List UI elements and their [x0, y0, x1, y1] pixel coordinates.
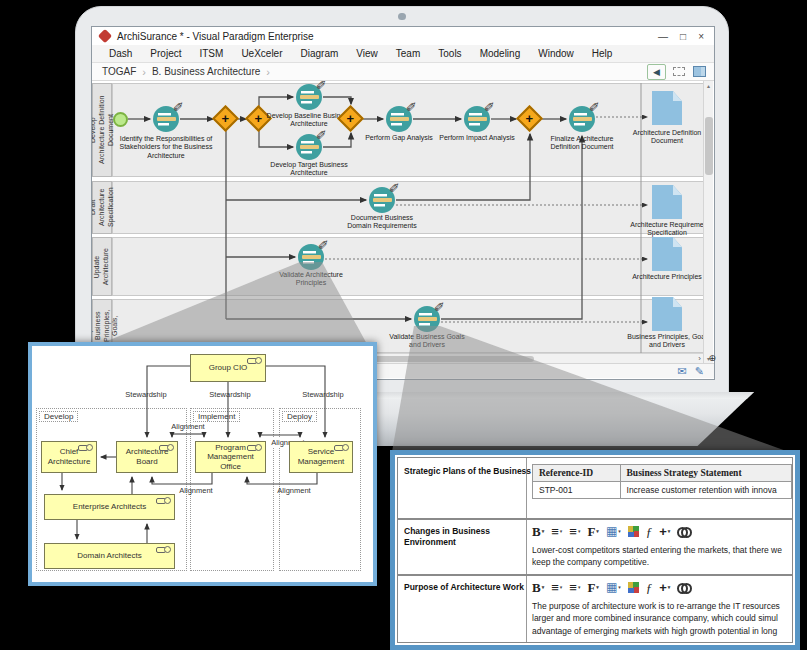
menu-team[interactable]: Team [387, 48, 429, 59]
data-object-architecture-requirements-specification[interactable] [652, 185, 682, 219]
task-perform-impact-analysis[interactable] [464, 106, 490, 132]
task-identify-responsibilities[interactable] [153, 106, 179, 132]
node-group-cio[interactable]: Group CIO [190, 354, 266, 382]
title-bar: ArchiSurance * - Visual Paradigm Enterpr… [92, 27, 714, 46]
chevron-right-icon: › [140, 66, 148, 78]
chart-colors-icon[interactable] [628, 526, 639, 537]
find-icon[interactable] [677, 527, 692, 536]
menu-tools[interactable]: Tools [429, 48, 470, 59]
node-architecture-board[interactable]: Architecture Board [116, 441, 178, 473]
table-button[interactable]: ▦▾ [606, 525, 621, 537]
bold-button[interactable]: B▾ [532, 581, 544, 594]
legend-icon[interactable]: ◀ [647, 64, 666, 80]
task-validate-goals-label: Validate Business Goals and Drivers [372, 333, 482, 350]
purpose-of-architecture-work-text[interactable]: The purpose of architecture work is to r… [532, 600, 784, 637]
scroll-right-icon[interactable]: › [698, 354, 701, 363]
find-icon[interactable] [677, 583, 692, 592]
node-chief-architecture[interactable]: Chief Architecture [41, 441, 97, 473]
business-role-icon [247, 444, 262, 451]
task-finalize-add[interactable] [569, 106, 595, 132]
menu-dash[interactable]: Dash [100, 48, 141, 59]
breadcrumb: TOGAF › B. Business Architecture › ◀ [92, 63, 714, 81]
menu-view[interactable]: View [347, 48, 387, 59]
add-button[interactable]: +▾ [659, 525, 670, 538]
business-role-icon [247, 357, 262, 364]
row-label-strategic-plans: Strategic Plans of the Business [404, 466, 524, 477]
row-divider [398, 574, 792, 576]
table-button[interactable]: ▦▾ [606, 581, 621, 593]
visual-paradigm-logo-icon [98, 29, 112, 43]
diagram-canvas[interactable]: Develop Architecture Definition Document… [92, 81, 712, 353]
page-background: { "app": { "title": "ArchiSurance * - Vi… [0, 0, 807, 650]
data-object-architecture-principles[interactable] [652, 237, 682, 271]
align-button[interactable]: ≡▾ [551, 525, 562, 538]
start-event[interactable] [113, 112, 128, 127]
node-enterprise-architects[interactable]: Enterprise Architects [44, 494, 175, 520]
close-button[interactable]: × [698, 31, 704, 42]
menu-itsm[interactable]: ITSM [190, 48, 232, 59]
task-document-business-domain-requirements[interactable] [369, 187, 395, 213]
data-object-label: Architecture Requireme Specification [624, 221, 710, 238]
menu-uexceler[interactable]: UeXceler [232, 48, 291, 59]
font-button[interactable]: F▾ [587, 525, 598, 538]
business-role-icon [159, 444, 174, 451]
message-icon[interactable]: ✉ [678, 366, 687, 377]
architecture-vision-detail-overlay: Strategic Plans of the Business Referenc… [390, 450, 800, 650]
chart-colors-icon[interactable] [628, 582, 639, 593]
changes-in-business-text[interactable]: Lower-cost competitors started entering … [532, 544, 784, 569]
node-domain-architects[interactable]: Domain Architects [44, 543, 175, 569]
menu-diagram[interactable]: Diagram [292, 48, 348, 59]
vertical-scrollbar[interactable]: ▴ ▾ [703, 81, 713, 363]
task-validate-business-goals[interactable] [414, 306, 440, 332]
task-develop-target[interactable] [296, 134, 322, 160]
business-role-icon [156, 497, 171, 504]
task-validate-principles-label: Validate Architecture Principles [261, 271, 361, 288]
task-develop-baseline[interactable] [296, 84, 322, 110]
panel-view-icon[interactable] [691, 65, 708, 79]
node-program-management-office[interactable]: Program Management Office [195, 441, 266, 473]
col-header-reference-id: Reference-ID [533, 465, 621, 482]
align-button[interactable]: ≡▾ [551, 581, 562, 594]
formula-icon[interactable]: ƒ [646, 581, 653, 594]
vertical-scroll-thumb[interactable] [705, 117, 713, 175]
menu-modeling[interactable]: Modeling [471, 48, 530, 59]
rich-text-toolbar: B▾ ≡▾ ≡▾ F▾ ▦▾ ƒ +▾ [532, 522, 692, 540]
data-object-business-principles-goals-drivers[interactable] [652, 297, 682, 331]
list-button[interactable]: ≡▾ [569, 581, 580, 594]
task-finalize-label: Finalize Architecture Definition Documen… [532, 135, 632, 152]
column-divider [526, 458, 527, 642]
breadcrumb-togaf[interactable]: TOGAF [98, 66, 140, 77]
cell-reference-id[interactable]: STP-001 [533, 482, 621, 499]
rich-text-toolbar: B▾ ≡▾ ≡▾ F▾ ▦▾ ƒ +▾ [532, 578, 692, 596]
breadcrumb-business-architecture[interactable]: B. Business Architecture [148, 66, 264, 77]
task-perform-gap-analysis[interactable] [386, 106, 412, 132]
cell-business-strategy[interactable]: Increase customer retention with innova [620, 482, 791, 499]
formula-icon[interactable]: ƒ [646, 525, 653, 538]
row-divider [398, 518, 792, 520]
task-target-label: Develop Target Business Architecture [254, 161, 364, 178]
add-button[interactable]: +▾ [659, 581, 670, 594]
reference-table: Reference-ID Business Strategy Statement… [532, 464, 792, 499]
fit-selection-icon[interactable] [670, 65, 687, 79]
scroll-up-icon[interactable]: ▴ [704, 82, 713, 89]
task-validate-architecture-principles[interactable] [298, 244, 324, 270]
menu-project[interactable]: Project [141, 48, 190, 59]
list-button[interactable]: ≡▾ [569, 525, 580, 538]
window-title: ArchiSurance * - Visual Paradigm Enterpr… [117, 31, 314, 42]
node-service-management[interactable]: Service Management [289, 441, 353, 473]
menu-bar: Dash Project ITSM UeXceler Diagram View … [92, 45, 714, 63]
menu-window[interactable]: Window [529, 48, 583, 59]
app-window: ArchiSurance * - Visual Paradigm Enterpr… [91, 26, 715, 380]
laptop-webcam [398, 13, 406, 20]
edit-icon[interactable]: ✎ [695, 366, 704, 377]
alignment-label: Alignment [164, 422, 212, 431]
pan-tool-icon[interactable]: ⊕ [708, 353, 716, 363]
minimize-button[interactable]: — [658, 31, 668, 42]
stewardship-label: Stewardship [118, 390, 174, 399]
maximize-button[interactable]: □ [680, 31, 686, 42]
font-button[interactable]: F▾ [587, 581, 598, 594]
menu-help[interactable]: Help [583, 48, 622, 59]
bold-button[interactable]: B▾ [532, 525, 544, 538]
data-object-label: Architecture Definition Document [624, 129, 710, 146]
alignment-label: Alignment [172, 486, 220, 495]
